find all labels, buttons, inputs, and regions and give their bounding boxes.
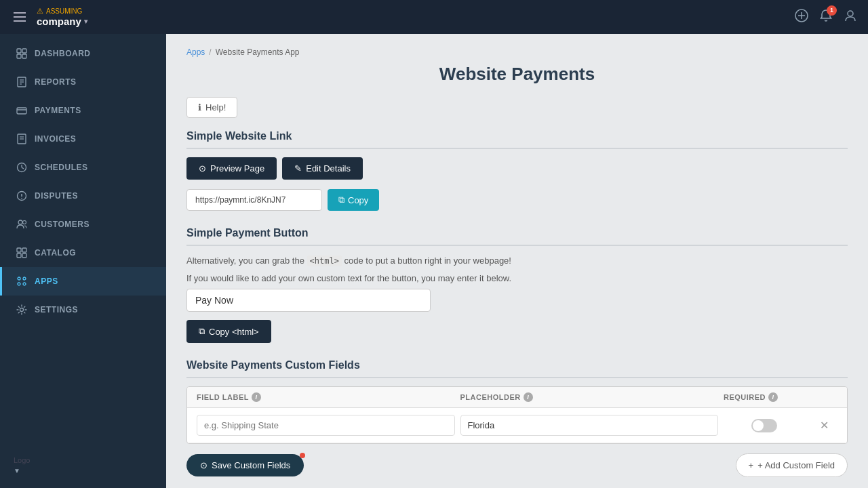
- website-link-btn-group: ⊙ Preview Page ✎ Edit Details: [186, 157, 848, 180]
- placeholder-info-icon: i: [524, 392, 533, 402]
- sidebar-item-schedules[interactable]: SCHEDULES: [0, 153, 166, 182]
- sidebar-item-label: CUSTOMERS: [35, 220, 90, 229]
- save-custom-fields-button[interactable]: ⊙ Save Custom Fields: [186, 454, 304, 476]
- topbar: ASSUMING company 1: [0, 0, 868, 34]
- simple-payment-btn-title: Simple Payment Button: [186, 227, 848, 246]
- notifications-icon[interactable]: 1: [819, 9, 833, 26]
- svg-point-3: [848, 11, 853, 16]
- logo-placeholder[interactable]: Logo: [14, 456, 153, 464]
- sidebar: DASHBOARD REPORTS PAYMENTS: [0, 34, 166, 488]
- placeholder-header: PLACEHOLDER i: [460, 392, 719, 402]
- svg-point-24: [23, 221, 26, 224]
- field-label-header: FIELD LABEL i: [197, 392, 455, 402]
- preview-page-button[interactable]: ⊙ Preview Page: [186, 157, 277, 180]
- save-icon: ⊙: [200, 460, 208, 470]
- copy-url-button[interactable]: ⧉ Copy: [328, 189, 379, 211]
- sidebar-bottom-arrow[interactable]: ▼: [14, 467, 153, 474]
- sidebar-item-invoices[interactable]: INVOICES: [0, 125, 166, 153]
- url-row: https://paymnt.ic/8KnJN7 ⧉ Copy: [186, 189, 848, 211]
- url-display: https://paymnt.ic/8KnJN7: [186, 189, 322, 211]
- simple-website-link-section: Simple Website Link ⊙ Preview Page ✎ Edi…: [186, 130, 848, 211]
- svg-rect-4: [17, 49, 21, 53]
- svg-line-19: [22, 167, 24, 169]
- required-info-icon: i: [768, 392, 778, 402]
- add-custom-field-button[interactable]: + + Add Custom Field: [736, 453, 848, 477]
- sidebar-item-settings[interactable]: SETTINGS: [0, 296, 166, 324]
- sidebar-item-label: CATALOG: [35, 248, 76, 258]
- svg-rect-12: [17, 108, 26, 114]
- svg-point-33: [20, 308, 24, 312]
- sidebar-item-disputes[interactable]: DISPUTES: [0, 182, 166, 210]
- payment-button-desc1: Alternatively, you can grab the <html> c…: [186, 254, 848, 268]
- schedules-icon: [16, 161, 28, 174]
- company-name-button[interactable]: company: [37, 16, 87, 27]
- edit-details-button[interactable]: ✎ Edit Details: [282, 157, 363, 180]
- sidebar-item-label: SCHEDULES: [35, 163, 88, 172]
- required-toggle[interactable]: [751, 419, 777, 432]
- sidebar-item-dashboard[interactable]: DASHBOARD: [0, 39, 166, 68]
- copy-html-button[interactable]: ⧉ Copy <html>: [186, 320, 271, 343]
- sidebar-item-catalog[interactable]: CATALOG: [0, 239, 166, 267]
- payment-button-text-input[interactable]: [186, 289, 431, 312]
- apps-icon: [16, 275, 28, 287]
- svg-point-32: [23, 283, 26, 285]
- customers-icon: [16, 218, 28, 230]
- breadcrumb-current: Website Payments App: [216, 47, 300, 57]
- edit-icon: ✎: [294, 163, 302, 174]
- svg-point-30: [23, 277, 26, 280]
- copy-html-icon: ⧉: [199, 326, 205, 337]
- sidebar-item-label: DISPUTES: [35, 191, 78, 201]
- help-button-label: Help!: [205, 102, 226, 113]
- breadcrumb-separator: /: [209, 47, 211, 57]
- remove-row-button[interactable]: ✕: [810, 419, 837, 432]
- svg-rect-7: [22, 54, 26, 58]
- company-info: ASSUMING company: [37, 7, 87, 27]
- layout: DASHBOARD REPORTS PAYMENTS: [0, 34, 868, 488]
- add-icon: +: [749, 460, 754, 470]
- simple-payment-button-section: Simple Payment Button Alternatively, you…: [186, 227, 848, 343]
- topbar-left: ASSUMING company: [11, 7, 87, 27]
- payment-button-desc2: If you would like to add your own custom…: [186, 272, 848, 285]
- svg-point-29: [18, 277, 20, 280]
- custom-fields-header-row: FIELD LABEL i PLACEHOLDER i REQUIRED i: [187, 387, 847, 408]
- sidebar-item-label: DASHBOARD: [35, 49, 91, 58]
- preview-icon: ⊙: [199, 163, 206, 174]
- required-toggle-container: [724, 419, 805, 432]
- sidebar-item-payments[interactable]: PAYMENTS: [0, 96, 166, 125]
- svg-point-23: [18, 220, 22, 224]
- dashboard-icon: [16, 47, 28, 60]
- invoices-icon: [16, 133, 28, 145]
- placeholder-input[interactable]: [460, 415, 719, 436]
- sidebar-item-label: SETTINGS: [35, 305, 78, 314]
- svg-rect-28: [22, 253, 26, 258]
- payments-icon: [16, 104, 28, 117]
- reports-icon: [16, 76, 28, 88]
- hamburger-menu[interactable]: [11, 9, 28, 24]
- catalog-icon: [16, 247, 28, 259]
- page-title: Website Payments: [186, 64, 848, 85]
- required-header: REQUIRED i: [724, 392, 805, 402]
- sidebar-bottom: Logo ▼: [0, 448, 166, 483]
- svg-rect-5: [22, 49, 26, 53]
- custom-fields-title: Website Payments Custom Fields: [186, 359, 848, 378]
- sidebar-item-apps[interactable]: APPS: [0, 267, 166, 296]
- help-button[interactable]: ℹ Help!: [186, 97, 237, 118]
- sidebar-item-label: APPS: [35, 277, 58, 286]
- svg-rect-26: [22, 248, 26, 252]
- field-label-input[interactable]: [197, 415, 455, 436]
- breadcrumb-apps-link[interactable]: Apps: [186, 47, 205, 57]
- user-icon[interactable]: [844, 9, 857, 26]
- svg-point-31: [18, 283, 20, 285]
- breadcrumb: Apps / Website Payments App: [186, 47, 848, 57]
- add-icon[interactable]: [795, 9, 808, 26]
- settings-icon: [16, 304, 28, 316]
- sidebar-item-customers[interactable]: CUSTOMERS: [0, 210, 166, 239]
- sidebar-item-label: PAYMENTS: [35, 106, 81, 115]
- custom-fields-section: Website Payments Custom Fields FIELD LAB…: [186, 359, 848, 477]
- sidebar-item-reports[interactable]: REPORTS: [0, 68, 166, 96]
- custom-fields-actions-row: ⊙ Save Custom Fields + + Add Custom Fiel…: [186, 453, 848, 477]
- svg-point-22: [21, 198, 22, 199]
- company-warning: ASSUMING: [37, 7, 87, 16]
- simple-website-link-title: Simple Website Link: [186, 130, 848, 149]
- custom-field-row: ✕: [187, 408, 847, 443]
